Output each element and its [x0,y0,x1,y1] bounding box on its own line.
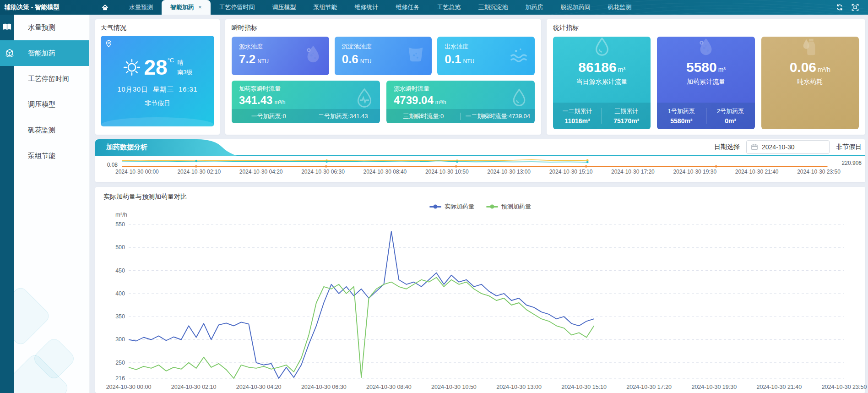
tab-调压模型[interactable]: 调压模型 [264,0,305,15]
tab-label: 智能加药 [170,0,194,15]
sidebar-item-水量预测[interactable]: 水量预测 [14,15,89,40]
comparison-x-tick: 2024-10-30 04:20 [236,384,282,390]
spark-right-value: 220.906 [841,160,863,168]
tab-工艺停留时间[interactable]: 工艺停留时间 [211,0,264,15]
svg-text:550: 550 [115,221,125,228]
tab-水量预测[interactable]: 水量预测 [120,0,162,15]
sidebar-item-label: 调压模型 [28,100,55,109]
tab-维修统计[interactable]: 维修统计 [346,0,387,15]
unit: NTU [257,58,269,65]
spark-x-tick: 2024-10-30 10:50 [425,169,469,175]
footer-value: 0m³ [706,117,755,125]
weather-condition: 晴 [177,59,192,67]
value: 0.1 [445,52,461,66]
tab-label: 维修任务 [396,4,420,11]
comparison-x-tick: 2024-10-30 23:50 [822,384,867,390]
unit: m³/h [435,99,446,105]
sidebar-item-矾花监测[interactable]: 矾花监测 [14,117,89,143]
main-content: 天气情况 [90,15,868,393]
sidebar-item-label: 智能加药 [28,49,55,58]
fullscreen-icon[interactable] [852,4,859,11]
tab-工艺总览[interactable]: 工艺总览 [429,0,470,15]
flow-card-top: 源水瞬时流量4739.04m³/h [386,81,535,109]
footer-left: 一号加药泵:0 [232,112,306,120]
legend-marker [429,206,441,207]
unit: NTU [360,58,372,65]
stat-cards: 86186m³当日源水累计流量一二期累计11016m³三期累计75170m³55… [553,37,859,129]
tab-label: 矾花监测 [608,4,632,11]
bottle-icon [799,51,820,59]
date-select-label: 日期选择 [714,143,740,151]
date-picker[interactable]: 2024-10-30 [746,140,830,154]
tab-label: 脱泥加药间 [561,4,591,11]
analysis-section-title: 加药数据分析 [106,143,147,152]
spark-left-value: 0.08 [100,162,120,168]
tab-加药房[interactable]: 加药房 [517,0,552,15]
footer-right: 一二期瞬时流量:4739.04 [461,112,535,120]
temperature-value: 28 [144,57,168,78]
refresh-icon[interactable] [836,4,843,11]
svg-text:400: 400 [115,290,125,297]
unit: m³/h [274,99,285,105]
droplet-icon [509,88,529,110]
home-button[interactable] [90,4,120,11]
legend-dot [490,205,494,209]
sidebar-item-智能加药[interactable]: 智能加药 [14,40,89,66]
turbidity-card-源水浊度: 源水浊度7.2NTU [232,37,329,75]
sidebar-item-工艺停留时间[interactable]: 工艺停留时间 [14,66,89,92]
unit: m³ [718,66,726,73]
tab-维修任务[interactable]: 维修任务 [387,0,429,15]
comparison-x-tick: 2024-10-30 08:40 [366,384,412,390]
stat-footer-col: 三期累计75170m³ [602,107,651,125]
footer-label: 一二期累计 [553,107,602,115]
tab-泵组节能[interactable]: 泵组节能 [305,0,346,15]
topbar-actions [836,4,868,11]
svg-text:300: 300 [115,336,125,343]
decor-hexagon [14,285,52,347]
tab-close-icon[interactable]: × [198,0,202,15]
statistics-card: 统计指标 86186m³当日源水累计流量一二期累计11016m³三期累计7517… [547,19,865,135]
tab-智能加药[interactable]: 智能加药× [162,0,211,15]
footer-label: 1号加药泵 [657,107,705,115]
comparison-x-axis: 2024-10-30 00:002024-10-30 02:102024-10-… [103,384,857,393]
sidebar-item-label: 工艺停留时间 [28,75,69,83]
unit: NTU [463,58,475,65]
active-module-pill[interactable] [0,40,19,66]
comparison-chart-card: 实际加药量与预测加药量对比 实际加药量预测加药量 m³/h 5505004504… [95,187,865,393]
legend-item-实际加药量[interactable]: 实际加药量 [429,202,474,211]
footer-label: 2号加药泵 [706,107,755,115]
value: 7.2 [239,52,255,66]
value: 5580 [686,60,717,75]
legend-marker [486,206,498,207]
legend-dot [434,205,438,209]
model-cube-icon [5,48,15,58]
icon-rail [0,15,14,393]
legend-label: 预测加药量 [501,202,531,211]
legend-label: 实际加药量 [445,202,474,211]
tab-label: 泵组节能 [314,4,337,11]
value: 341.43 [239,94,272,106]
spark-x-tick: 2024-10-30 17:20 [611,169,655,175]
comparison-x-tick: 2024-10-30 00:00 [106,384,152,390]
comparison-x-tick: 2024-10-30 10:50 [431,384,477,390]
stat-card-加药累计流量: 5580m³加药累计流量1号加药泵5580m³2号加药泵0m³ [657,37,754,129]
legend-item-预测加药量[interactable]: 预测加药量 [486,202,531,211]
stat-footer-col: 一二期累计11016m³ [553,107,602,125]
unit: m³ [618,66,625,73]
sidebar-item-泵组节能[interactable]: 泵组节能 [14,143,89,169]
sidebar-item-调压模型[interactable]: 调压模型 [14,92,89,117]
tab-脱泥加药间[interactable]: 脱泥加药间 [552,0,599,15]
spark-x-tick: 2024-10-30 13:00 [487,169,531,175]
flow-cards: 加药泵瞬时流量341.43m³/h一号加药泵:0二号加药泵:341.43源水瞬时… [232,81,535,123]
top-navbar: 辅助决策 - 智能模型 水量预测智能加药×工艺停留时间调压模型泵组节能维修统计维… [0,0,868,15]
sidebar-item-label: 水量预测 [28,23,55,32]
svg-text:250: 250 [115,360,125,366]
flow-value: 341.43m³/h [239,95,373,106]
tab-矾花监测[interactable]: 矾花监测 [599,0,640,15]
pump-droplet-icon [354,88,374,110]
tab-三期沉淀池[interactable]: 三期沉淀池 [470,0,517,15]
book-icon[interactable] [2,23,12,31]
date-value: 2024-10-30 [762,143,795,151]
decor-wave [101,117,214,126]
holiday-indicator: 非节假日 [836,143,862,151]
